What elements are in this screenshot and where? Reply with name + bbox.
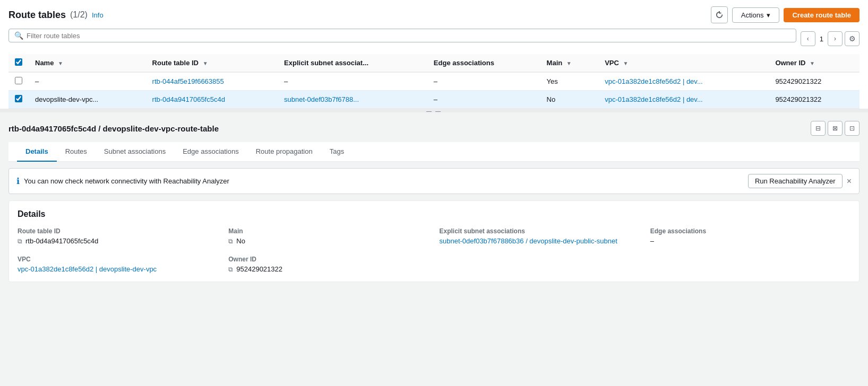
chevron-down-icon: ▾: [767, 11, 770, 19]
details-card: Details Route table ID ⧉ rtb-0d4a9417065…: [8, 200, 860, 282]
copy-route-table-id-icon[interactable]: ⧉: [18, 238, 22, 245]
cell-owner-1: 952429021322: [769, 91, 860, 109]
table-row[interactable]: – rtb-044af5e19f6663855 – – Yes vpc-01a3…: [8, 72, 860, 91]
cell-vpc-0: vpc-01a382de1c8fe56d2 | dev...: [598, 72, 769, 91]
cell-main-1: No: [540, 91, 599, 109]
row-checkbox-cell-1: [8, 91, 29, 109]
info-banner: ℹ You can now check network connectivity…: [8, 168, 860, 194]
cell-route-id-0: rtb-044af5e19f6663855: [146, 72, 278, 91]
refresh-button[interactable]: [711, 6, 728, 23]
explicit-subnet-link[interactable]: subnet-0def03b7f67886b36 / devopslite-de…: [440, 237, 617, 245]
col-explicit-subnet: Explicit subnet associat...: [278, 54, 427, 72]
vpc-link[interactable]: vpc-01a382de1c8fe56d2 | devopslite-dev-v…: [18, 265, 157, 273]
tab-subnet-associations[interactable]: Subnet associations: [96, 142, 174, 162]
tab-routes[interactable]: Routes: [57, 142, 96, 162]
name-sort-icon: ▼: [58, 60, 63, 66]
cell-edge-assoc-0: –: [427, 72, 540, 91]
copy-main-icon[interactable]: ⧉: [228, 238, 233, 245]
tab-tags[interactable]: Tags: [321, 142, 353, 162]
vpc-field: VPC vpc-01a382de1c8fe56d2 | devopslite-d…: [18, 256, 218, 273]
col-vpc[interactable]: VPC ▼: [598, 54, 769, 72]
details-title: Details: [18, 209, 850, 219]
select-all-checkbox[interactable]: [15, 58, 22, 66]
table-row[interactable]: devopslite-dev-vpc... rtb-0d4a9417065fc5…: [8, 91, 860, 109]
tab-details[interactable]: Details: [17, 142, 57, 162]
close-banner-button[interactable]: ×: [847, 177, 852, 186]
copy-owner-id-icon[interactable]: ⧉: [228, 266, 233, 273]
owner-id-field: Owner ID ⧉ 952429021322: [228, 256, 428, 273]
view-expand-button[interactable]: ⊡: [845, 121, 860, 136]
table-settings-button[interactable]: ⚙: [845, 31, 860, 46]
resize-dots: — —: [426, 108, 442, 114]
tab-edge-associations[interactable]: Edge associations: [174, 142, 247, 162]
cell-explicit-subnet-1: subnet-0def03b7f6788...: [278, 91, 427, 109]
route-table-id-field: Route table ID ⧉ rtb-0d4a9417065fc5c4d: [18, 227, 218, 245]
info-link[interactable]: Info: [92, 11, 104, 19]
info-icon: ℹ: [16, 176, 20, 186]
route-id-link-1[interactable]: rtb-0d4a9417065fc5c4d: [152, 95, 225, 103]
cell-edge-assoc-1: –: [427, 91, 540, 109]
cell-name-1: devopslite-dev-vpc...: [29, 91, 146, 109]
row-checkbox-cell-0: [8, 72, 29, 91]
actions-button[interactable]: Actions ▾: [732, 7, 780, 23]
page-title: Route tables: [8, 10, 66, 21]
col-owner-id: Owner ID ▼: [769, 54, 860, 72]
route-tables-table: Name ▼ Route table ID ▼ Explicit subnet …: [8, 54, 860, 109]
banner-text: You can now check network connectivity w…: [24, 177, 229, 185]
detail-tabs: Details Routes Subnet associations Edge …: [8, 142, 860, 162]
page-number: 1: [818, 35, 826, 43]
search-input[interactable]: [27, 32, 790, 40]
col-name[interactable]: Name ▼: [29, 54, 146, 72]
route-id-link-0[interactable]: rtb-044af5e19f6663855: [152, 77, 224, 85]
cell-name-0: –: [29, 72, 146, 91]
search-icon: 🔍: [14, 31, 23, 40]
prev-page-button[interactable]: ‹: [801, 31, 815, 46]
vpc-sort-icon: ▼: [623, 60, 629, 66]
tab-route-propagation[interactable]: Route propagation: [247, 142, 321, 162]
main-sort-icon: ▼: [566, 60, 572, 66]
row-checkbox-0[interactable]: [15, 77, 22, 84]
col-route-table-id[interactable]: Route table ID ▼: [146, 54, 278, 72]
view-split-bottom-button[interactable]: ⊠: [828, 121, 843, 136]
col-main[interactable]: Main ▼: [540, 54, 599, 72]
row-checkbox-1[interactable]: [15, 95, 22, 102]
create-route-table-button[interactable]: Create route table: [784, 8, 860, 22]
col-edge-associations: Edge associations: [427, 54, 540, 72]
cell-explicit-subnet-0: –: [278, 72, 427, 91]
vpc-link-0[interactable]: vpc-01a382de1c8fe56d2 | dev...: [605, 77, 703, 85]
subnet-link-1[interactable]: subnet-0def03b7f6788...: [284, 95, 359, 103]
main-field: Main ⧉ No: [228, 227, 428, 245]
owner-id-sort-icon: ▼: [810, 60, 815, 66]
route-table-id-sort-icon: ▼: [203, 60, 208, 66]
cell-vpc-1: vpc-01a382de1c8fe56d2 | dev...: [598, 91, 769, 109]
next-page-button[interactable]: ›: [828, 31, 843, 46]
edge-assoc-field: Edge associations –: [650, 227, 850, 245]
vpc-link-1[interactable]: vpc-01a382de1c8fe56d2 | dev...: [605, 95, 703, 103]
run-reachability-button[interactable]: Run Reachability Analyzer: [748, 174, 843, 188]
table-count: (1/2): [70, 10, 88, 20]
explicit-subnet-field: Explicit subnet associations subnet-0def…: [440, 227, 640, 245]
resource-title: rtb-0d4a9417065fc5c4d / devopslite-dev-v…: [8, 124, 219, 133]
view-split-top-button[interactable]: ⊟: [811, 121, 826, 136]
cell-owner-0: 952429021322: [769, 72, 860, 91]
cell-route-id-1: rtb-0d4a9417065fc5c4d: [146, 91, 278, 109]
cell-main-0: Yes: [540, 72, 599, 91]
